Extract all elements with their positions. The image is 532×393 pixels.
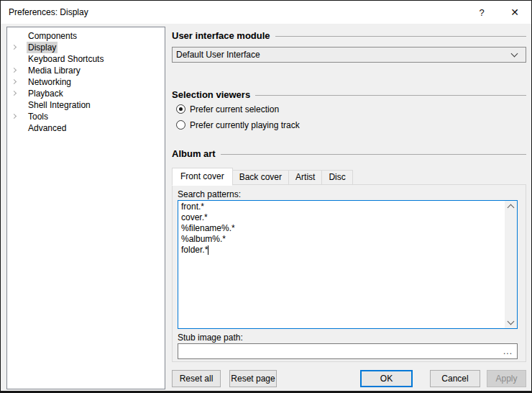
vertical-scrollbar[interactable]	[505, 201, 517, 328]
section-album-art-header: Album art	[172, 148, 526, 159]
search-patterns-text: front.* cover.* %filename%.* %album%.* f…	[178, 201, 505, 328]
tab-artist[interactable]: Artist	[288, 170, 322, 185]
sidebar-item-advanced[interactable]: Advanced	[7, 122, 165, 134]
header-rule	[221, 154, 526, 155]
stub-image-path-label: Stub image path:	[178, 333, 243, 343]
sidebar-item-shell-integration[interactable]: Shell Integration	[7, 99, 165, 111]
radio-label: Prefer current selection	[190, 104, 279, 114]
header-rule	[275, 36, 526, 37]
ui-module-heading: User interface module	[172, 30, 270, 41]
search-patterns-input[interactable]: front.* cover.* %filename%.* %album%.* f…	[178, 200, 518, 329]
browse-button[interactable]: ...	[503, 346, 517, 356]
section-ui-module-header: User interface module	[172, 30, 526, 41]
selection-viewers-heading: Selection viewers	[172, 89, 250, 100]
sidebar-item-networking[interactable]: Networking	[7, 76, 165, 88]
tab-disc[interactable]: Disc	[321, 170, 352, 185]
radio-prefer-playing-track[interactable]: Prefer currently playing track	[176, 119, 300, 130]
radio-unselected-icon	[176, 120, 185, 130]
window-title: Preferences: Display	[1, 7, 88, 17]
tab-front-cover[interactable]: Front cover	[172, 168, 233, 186]
preferences-tree: Components Display Keyboard Shortcuts Me…	[6, 27, 165, 389]
help-button[interactable]: ?	[465, 1, 498, 24]
title-bar: Preferences: Display ? ✕	[1, 1, 531, 24]
sidebar-item-components[interactable]: Components	[7, 30, 165, 42]
radio-label: Prefer currently playing track	[190, 120, 300, 130]
album-art-heading: Album art	[172, 148, 216, 159]
scroll-down-icon[interactable]	[508, 318, 515, 325]
header-rule	[255, 95, 526, 96]
chevron-right-icon[interactable]	[12, 45, 17, 50]
chevron-right-icon[interactable]	[12, 91, 17, 96]
ui-module-dropdown[interactable]: Default User Interface	[172, 47, 526, 63]
stub-image-path-input[interactable]: ...	[178, 343, 518, 359]
text-caret	[208, 245, 208, 255]
sidebar-item-keyboard-shortcuts[interactable]: Keyboard Shortcuts	[7, 53, 165, 65]
apply-button: Apply	[487, 370, 526, 387]
album-art-tabstrip: Front cover Back cover Artist Disc	[172, 167, 352, 185]
chevron-down-icon	[511, 50, 518, 58]
close-button[interactable]: ✕	[498, 1, 531, 24]
sidebar-item-tools[interactable]: Tools	[7, 111, 165, 122]
reset-all-button[interactable]: Reset all	[172, 370, 221, 387]
chevron-right-icon[interactable]	[12, 79, 17, 84]
help-icon: ?	[479, 7, 484, 18]
section-selection-viewers-header: Selection viewers	[172, 89, 526, 100]
sidebar-item-display[interactable]: Display	[7, 42, 165, 53]
ui-module-dropdown-value: Default User Interface	[173, 50, 512, 60]
chevron-right-icon[interactable]	[12, 68, 17, 73]
cancel-button[interactable]: Cancel	[430, 370, 480, 387]
sidebar-item-playback[interactable]: Playback	[7, 88, 165, 99]
scroll-up-icon[interactable]	[508, 204, 515, 212]
tab-back-cover[interactable]: Back cover	[232, 170, 289, 185]
chevron-right-icon[interactable]	[12, 114, 17, 119]
preferences-dialog: Preferences: Display ? ✕ Components Disp…	[0, 0, 532, 393]
radio-prefer-current-selection[interactable]: Prefer current selection	[176, 104, 279, 114]
search-patterns-label: Search patterns:	[178, 189, 241, 199]
radio-selected-icon	[176, 104, 185, 114]
reset-page-button[interactable]: Reset page	[229, 370, 277, 387]
close-icon: ✕	[510, 6, 519, 18]
ok-button[interactable]: OK	[360, 370, 413, 387]
sidebar-item-media-library[interactable]: Media Library	[7, 65, 165, 76]
front-cover-tab-panel: Search patterns: front.* cover.* %filena…	[172, 184, 526, 362]
